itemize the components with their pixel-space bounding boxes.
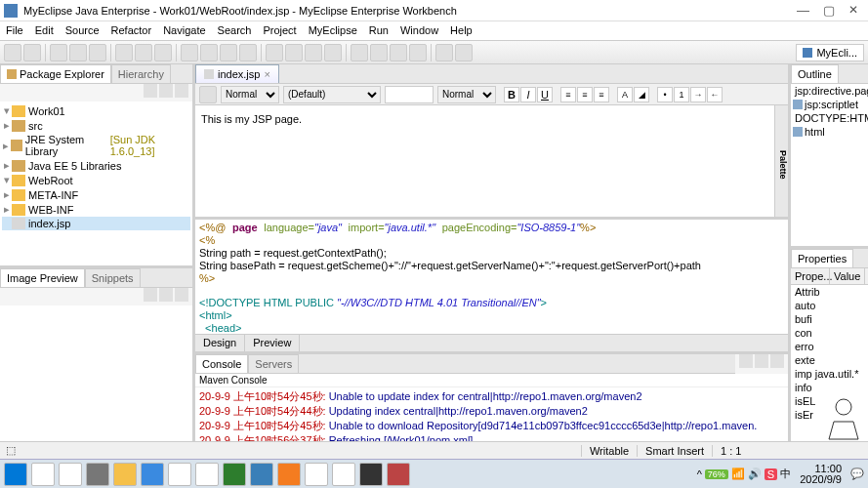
toolbar-button[interactable] <box>351 44 368 61</box>
file-explorer-button[interactable] <box>113 463 137 486</box>
wifi-icon[interactable]: 📶 <box>731 468 745 480</box>
menu-run[interactable]: Run <box>363 21 394 40</box>
editor-tab-index[interactable]: index.jsp× <box>195 64 279 83</box>
webroot-node[interactable]: ▾WebRoot <box>2 173 190 187</box>
edge-button[interactable] <box>141 463 164 486</box>
taskbar-app[interactable] <box>250 463 273 486</box>
size-input[interactable] <box>385 86 434 103</box>
tab-preview[interactable]: Preview <box>245 335 300 351</box>
toolbar-button[interactable] <box>69 44 87 61</box>
toolbar-button[interactable] <box>220 44 237 61</box>
tab-image-preview[interactable]: Image Preview <box>0 268 85 287</box>
property-row[interactable]: auto <box>791 299 868 312</box>
minimize-icon[interactable]: — <box>797 3 809 18</box>
jre-node[interactable]: ▸JRE System Library [Sun JDK 1.6.0_13] <box>2 133 190 158</box>
align-left-button[interactable]: ≡ <box>560 87 576 102</box>
taskbar-app[interactable] <box>387 463 410 486</box>
volume-icon[interactable]: 🔊 <box>748 468 762 480</box>
meta-inf-node[interactable]: ▸META-INF <box>2 187 190 202</box>
taskbar-app[interactable] <box>195 463 219 486</box>
list-ul-button[interactable]: • <box>657 87 673 102</box>
toolbar-button[interactable] <box>200 44 218 61</box>
outline-item[interactable]: DOCTYPE:HTML <box>791 111 868 125</box>
toolbar-button[interactable] <box>239 44 257 61</box>
maximize-icon[interactable]: ▢ <box>823 3 835 18</box>
toolbar-button[interactable] <box>409 44 427 61</box>
tray-chevron-icon[interactable]: ^ <box>697 468 702 480</box>
battery-indicator[interactable]: 76% <box>705 469 728 479</box>
back-button[interactable] <box>435 44 453 61</box>
tab-console[interactable]: Console <box>195 354 248 373</box>
zoom-in-icon[interactable] <box>144 288 157 302</box>
font-select[interactable]: (Default) <box>283 86 381 103</box>
underline-button[interactable]: U <box>537 87 553 102</box>
toolbar-button[interactable] <box>390 44 407 61</box>
web-inf-node[interactable]: ▸WEB-INF <box>2 202 190 217</box>
outline-item[interactable]: jsp:scriptlet <box>791 98 868 111</box>
menu-window[interactable]: Window <box>394 21 444 40</box>
save-button[interactable] <box>23 44 41 61</box>
toolbar-button[interactable] <box>154 44 172 61</box>
tab-servers[interactable]: Servers <box>248 354 299 373</box>
property-row[interactable]: con <box>791 326 868 340</box>
taskbar-app[interactable] <box>277 463 301 486</box>
close-tab-icon[interactable]: × <box>264 68 269 80</box>
property-row[interactable]: erro <box>791 340 868 353</box>
toolbar-button[interactable] <box>50 44 67 61</box>
taskbar-app[interactable] <box>359 463 383 486</box>
notifications-icon[interactable]: 💬 <box>850 468 864 480</box>
col-value[interactable]: Value <box>830 268 865 284</box>
menu-edit[interactable]: Edit <box>29 21 60 40</box>
source-view[interactable]: <%@ page language="java" import="java.ut… <box>195 217 788 334</box>
start-button[interactable] <box>4 463 27 486</box>
clear-console-icon[interactable] <box>739 354 753 368</box>
col-property[interactable]: Prope... <box>791 268 830 284</box>
tab-snippets[interactable]: Snippets <box>85 268 141 287</box>
pin-console-icon[interactable] <box>755 354 768 368</box>
ee5-node[interactable]: ▸Java EE 5 Libraries <box>2 158 190 173</box>
design-view[interactable]: This is my JSP page. Palette <box>195 105 788 217</box>
taskbar-app[interactable] <box>223 463 246 486</box>
toolbar-button[interactable] <box>266 44 283 61</box>
view-menu-icon[interactable] <box>175 84 188 98</box>
property-row[interactable]: bufi <box>791 312 868 326</box>
bold-button[interactable]: B <box>504 87 519 102</box>
tab-outline[interactable]: Outline <box>791 64 839 83</box>
collapse-all-icon[interactable] <box>144 84 157 98</box>
ime-icon[interactable]: 中 <box>780 467 791 481</box>
tab-package-explorer[interactable]: Package Explorer <box>0 64 111 83</box>
indent-button[interactable]: → <box>690 87 706 102</box>
highlight-button[interactable]: ◢ <box>634 87 649 102</box>
perspective-button[interactable]: MyEcli... <box>796 44 864 61</box>
italic-button[interactable]: I <box>520 87 536 102</box>
run-button[interactable] <box>135 44 152 61</box>
index-jsp-node[interactable]: index.jsp <box>2 217 190 230</box>
chrome-button[interactable] <box>332 463 355 486</box>
menu-project[interactable]: Project <box>257 21 302 40</box>
menu-navigate[interactable]: Navigate <box>157 21 211 40</box>
toolbar-button[interactable] <box>324 44 342 61</box>
toolbar-button[interactable] <box>89 44 106 61</box>
toolbar-button[interactable] <box>305 44 322 61</box>
tab-properties[interactable]: Properties <box>791 249 853 267</box>
taskbar-app[interactable] <box>168 463 191 486</box>
task-view-button[interactable] <box>59 463 82 486</box>
src-node[interactable]: ▸src <box>2 118 190 133</box>
property-row[interactable]: Attrib <box>791 285 868 299</box>
tab-design[interactable]: Design <box>195 335 245 351</box>
menu-myeclipse[interactable]: MyEclipse <box>303 21 363 40</box>
console-body[interactable]: 20-9-9 上午10时54分45秒: Unable to update ind… <box>195 387 788 441</box>
style-select-2[interactable]: Normal <box>437 86 496 103</box>
toolbar-button[interactable] <box>285 44 303 61</box>
menu-source[interactable]: Source <box>60 21 105 40</box>
new-button[interactable] <box>4 44 21 61</box>
menu-help[interactable]: Help <box>444 21 478 40</box>
debug-button[interactable] <box>115 44 133 61</box>
link-editor-icon[interactable] <box>159 84 173 98</box>
console-menu-icon[interactable] <box>770 354 784 368</box>
property-row[interactable]: imp java.util.* <box>791 367 868 381</box>
close-icon[interactable]: ✕ <box>848 3 858 18</box>
taskbar-app[interactable] <box>86 463 109 486</box>
outline-item[interactable]: jsp:directive.page <box>791 84 868 98</box>
color-button[interactable]: A <box>617 87 633 102</box>
